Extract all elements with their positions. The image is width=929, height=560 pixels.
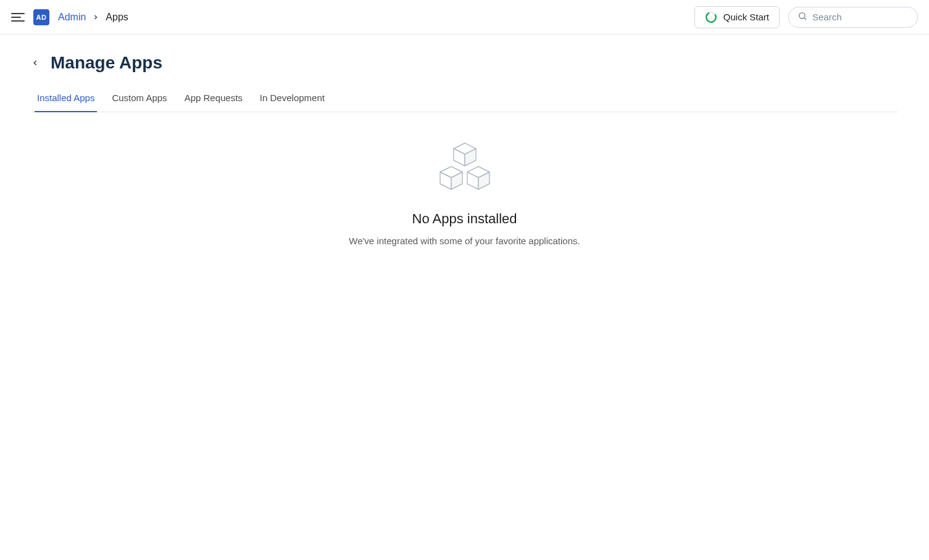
breadcrumb: Admin Apps	[58, 12, 128, 23]
header-right: Quick Start	[694, 6, 918, 28]
page-header: Manage Apps	[31, 53, 898, 73]
tab-in-development[interactable]: In Development	[260, 90, 325, 112]
page-body: Manage Apps Installed Apps Custom Apps A…	[0, 35, 929, 246]
tab-custom-apps[interactable]: Custom Apps	[112, 90, 167, 112]
search-icon	[798, 11, 807, 23]
tabs: Installed Apps Custom Apps App Requests …	[31, 90, 898, 112]
empty-boxes-icon	[436, 142, 493, 194]
tab-installed-apps[interactable]: Installed Apps	[37, 90, 94, 112]
top-header: AD Admin Apps Quick Start	[0, 0, 929, 35]
progress-ring-icon	[705, 11, 717, 23]
svg-point-2	[799, 12, 805, 18]
hamburger-menu-icon[interactable]	[11, 10, 25, 24]
quick-start-button[interactable]: Quick Start	[694, 6, 780, 28]
chevron-right-icon	[92, 14, 99, 21]
search-box[interactable]	[788, 7, 918, 28]
empty-state: No Apps installed We've integrated with …	[31, 112, 898, 246]
tab-app-requests[interactable]: App Requests	[185, 90, 243, 112]
empty-subtitle: We've integrated with some of your favor…	[349, 236, 580, 246]
admin-badge: AD	[33, 9, 49, 25]
empty-title: No Apps installed	[412, 211, 517, 227]
search-input[interactable]	[812, 12, 929, 22]
breadcrumb-root[interactable]: Admin	[58, 12, 86, 23]
back-icon[interactable]	[31, 59, 40, 67]
quick-start-label: Quick Start	[723, 12, 769, 22]
svg-line-3	[804, 18, 806, 20]
page-title: Manage Apps	[51, 53, 162, 73]
breadcrumb-current: Apps	[106, 12, 128, 23]
